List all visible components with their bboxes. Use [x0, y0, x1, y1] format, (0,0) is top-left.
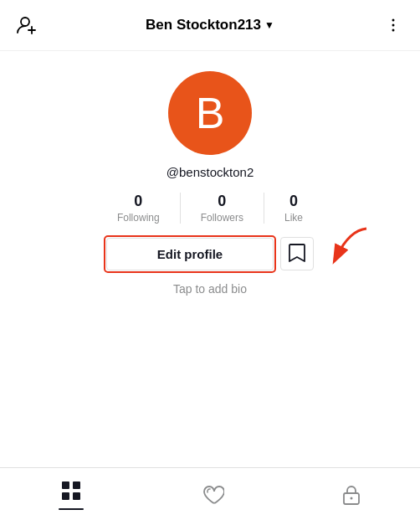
nav-active-indicator: [59, 508, 84, 510]
stat-following[interactable]: 0 Following: [97, 193, 181, 224]
kebab-menu-icon: [384, 16, 402, 34]
svg-point-3: [392, 19, 394, 22]
likes-label: Like: [284, 212, 303, 224]
add-user-button[interactable]: [13, 12, 40, 39]
followers-label: Followers: [201, 212, 243, 224]
svg-rect-7: [62, 481, 69, 489]
following-count: 0: [134, 193, 142, 210]
edit-profile-button[interactable]: Edit profile: [106, 238, 274, 270]
stat-likes[interactable]: 0 Like: [264, 193, 323, 224]
nav-item-private[interactable]: [325, 481, 378, 509]
svg-point-5: [392, 29, 394, 32]
bio-placeholder[interactable]: Tap to add bio: [173, 282, 247, 296]
bookmark-icon: [288, 243, 306, 265]
likes-count: 0: [289, 193, 298, 210]
svg-rect-9: [62, 492, 69, 500]
bottom-nav: [0, 467, 420, 520]
highlight-arrow: [312, 222, 371, 272]
svg-rect-10: [73, 492, 80, 500]
liked-icon: [201, 484, 224, 506]
add-user-icon: [16, 14, 38, 36]
avatar: B: [168, 71, 252, 155]
bookmark-button[interactable]: [280, 237, 314, 270]
stats-row: 0 Following 0 Followers 0 Like: [97, 193, 323, 224]
following-label: Following: [117, 212, 160, 224]
header: Ben Stockton213 ▼: [0, 0, 420, 51]
svg-rect-8: [73, 481, 80, 489]
profile-username: @benstockton2: [166, 165, 254, 179]
more-options-button[interactable]: [380, 12, 407, 39]
svg-point-12: [351, 497, 353, 500]
followers-count: 0: [218, 193, 226, 210]
nav-item-liked[interactable]: [184, 481, 241, 509]
username-title: Ben Stockton213: [146, 17, 261, 33]
svg-point-0: [21, 18, 29, 26]
avatar-letter: B: [196, 88, 225, 138]
stat-followers[interactable]: 0 Followers: [181, 193, 264, 224]
grid-icon: [60, 480, 82, 502]
chevron-down-icon: ▼: [264, 19, 274, 31]
svg-point-4: [392, 24, 394, 27]
action-row: Edit profile: [106, 237, 314, 270]
profile-section: B @benstockton2 0 Following 0 Followers …: [0, 51, 420, 467]
nav-item-grid[interactable]: [42, 476, 100, 513]
profile-title[interactable]: Ben Stockton213 ▼: [146, 17, 274, 33]
lock-icon: [341, 484, 361, 506]
